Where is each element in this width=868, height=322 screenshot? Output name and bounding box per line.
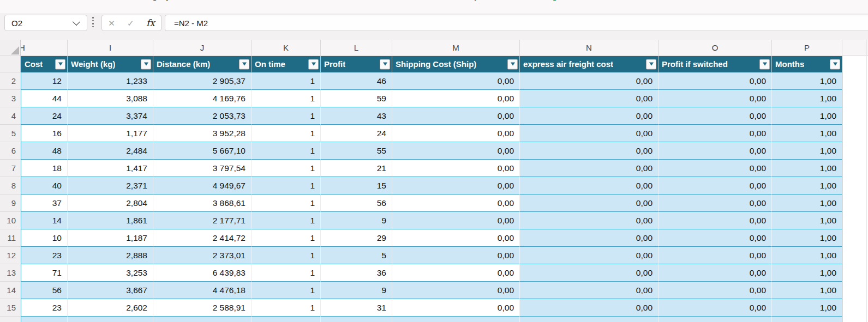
cell-I11[interactable]: 1,187 bbox=[68, 229, 153, 247]
cell-P15[interactable]: 1,00 bbox=[772, 299, 842, 317]
cell-N11[interactable]: 0,00 bbox=[520, 229, 659, 247]
cell-P16[interactable]: 1,00 bbox=[772, 317, 842, 322]
cell-J13[interactable]: 6 439,83 bbox=[153, 264, 252, 282]
cell-H15[interactable]: 23 bbox=[21, 299, 68, 317]
cell-J2[interactable]: 2 905,37 bbox=[153, 72, 252, 90]
select-all-corner[interactable] bbox=[0, 40, 21, 56]
filter-dropdown-button[interactable] bbox=[830, 59, 840, 69]
cell-P10[interactable]: 1,00 bbox=[772, 212, 842, 229]
header-cell-H[interactable]: Cost bbox=[21, 56, 68, 72]
column-letter-L[interactable]: L bbox=[321, 40, 392, 56]
cell-L6[interactable]: 55 bbox=[321, 142, 392, 160]
cell-M16[interactable]: 0,00 bbox=[392, 317, 520, 322]
cell-H4[interactable]: 24 bbox=[21, 107, 68, 125]
cell-J12[interactable]: 2 373,01 bbox=[153, 247, 252, 264]
header-cell-N[interactable]: express air freight cost bbox=[520, 56, 659, 72]
filter-dropdown-button[interactable] bbox=[759, 59, 770, 69]
cell-J9[interactable]: 3 868,61 bbox=[153, 195, 252, 212]
row-header-15[interactable]: 15 bbox=[0, 299, 21, 317]
cell-H11[interactable]: 10 bbox=[21, 229, 68, 247]
cell-M6[interactable]: 0,00 bbox=[392, 142, 520, 160]
header-cell-I[interactable]: Weight (kg) bbox=[68, 56, 153, 72]
cell-K4[interactable]: 1 bbox=[252, 107, 321, 125]
cell-N8[interactable]: 0,00 bbox=[520, 177, 659, 195]
cell-H3[interactable]: 44 bbox=[21, 90, 68, 107]
cancel-icon[interactable]: ✕ bbox=[108, 19, 115, 27]
cell-K7[interactable]: 1 bbox=[252, 160, 321, 177]
cell-K5[interactable]: 1 bbox=[252, 125, 321, 142]
cell-L4[interactable]: 43 bbox=[321, 107, 392, 125]
cell-N6[interactable]: 0,00 bbox=[520, 142, 659, 160]
filter-dropdown-button[interactable] bbox=[55, 59, 65, 69]
cell-H8[interactable]: 40 bbox=[21, 177, 68, 195]
cell-K8[interactable]: 1 bbox=[252, 177, 321, 195]
filter-dropdown-button[interactable] bbox=[308, 59, 319, 69]
filter-dropdown-button[interactable] bbox=[141, 59, 151, 69]
cell-J11[interactable]: 2 414,72 bbox=[153, 229, 252, 247]
cell-K12[interactable]: 1 bbox=[252, 247, 321, 264]
cell-H7[interactable]: 18 bbox=[21, 160, 68, 177]
cell-M3[interactable]: 0,00 bbox=[392, 90, 520, 107]
cell-L12[interactable]: 5 bbox=[321, 247, 392, 264]
cell-P13[interactable]: 1,00 bbox=[772, 264, 842, 282]
cell-O8[interactable]: 0,00 bbox=[659, 177, 772, 195]
cell-H12[interactable]: 23 bbox=[21, 247, 68, 264]
cell-L15[interactable]: 31 bbox=[321, 299, 392, 317]
cell-I12[interactable]: 2,888 bbox=[68, 247, 153, 264]
column-letter-P[interactable]: P bbox=[772, 40, 842, 56]
name-box[interactable]: O2 bbox=[4, 15, 87, 31]
cell-I13[interactable]: 3,253 bbox=[68, 264, 153, 282]
cell-I10[interactable]: 1,861 bbox=[68, 212, 153, 229]
column-letter-N[interactable]: N bbox=[520, 40, 659, 56]
cell-P4[interactable]: 1,00 bbox=[772, 107, 842, 125]
cell-H6[interactable]: 48 bbox=[21, 142, 68, 160]
cell-K14[interactable]: 1 bbox=[252, 282, 321, 299]
cell-O3[interactable]: 0,00 bbox=[659, 90, 772, 107]
row-header-7[interactable]: 7 bbox=[0, 160, 21, 177]
drag-handle-icon[interactable] bbox=[92, 17, 94, 27]
row-header-3[interactable]: 3 bbox=[0, 90, 21, 107]
row-header-10[interactable]: 10 bbox=[0, 212, 21, 229]
cell-N15[interactable]: 0,00 bbox=[520, 299, 659, 317]
cell-O5[interactable]: 0,00 bbox=[659, 125, 772, 142]
cell-P12[interactable]: 1,00 bbox=[772, 247, 842, 264]
cell-N13[interactable]: 0,00 bbox=[520, 264, 659, 282]
column-letter-M[interactable]: M bbox=[392, 40, 520, 56]
header-cell-L[interactable]: Profit bbox=[321, 56, 392, 72]
cell-P3[interactable]: 1,00 bbox=[772, 90, 842, 107]
cell-P14[interactable]: 1,00 bbox=[772, 282, 842, 299]
cell-K16[interactable]: 1 bbox=[252, 317, 321, 322]
cell-I8[interactable]: 2,371 bbox=[68, 177, 153, 195]
cell-I9[interactable]: 2,804 bbox=[68, 195, 153, 212]
filter-dropdown-button[interactable] bbox=[239, 59, 249, 69]
cell-K6[interactable]: 1 bbox=[252, 142, 321, 160]
row-header-13[interactable]: 13 bbox=[0, 264, 21, 282]
cell-K15[interactable]: 1 bbox=[252, 299, 321, 317]
cell-M12[interactable]: 0,00 bbox=[392, 247, 520, 264]
cell-P2[interactable]: 1,00 bbox=[772, 72, 842, 90]
cell-M4[interactable]: 0,00 bbox=[392, 107, 520, 125]
row-header-2[interactable]: 2 bbox=[0, 72, 21, 90]
cell-N7[interactable]: 0,00 bbox=[520, 160, 659, 177]
cell-I15[interactable]: 2,602 bbox=[68, 299, 153, 317]
row-header-1[interactable] bbox=[0, 56, 21, 72]
row-header-9[interactable]: 9 bbox=[0, 195, 21, 212]
row-header-5[interactable]: 5 bbox=[0, 125, 21, 142]
header-cell-K[interactable]: On time bbox=[252, 56, 321, 72]
cell-P9[interactable]: 1,00 bbox=[772, 195, 842, 212]
row-header-11[interactable]: 11 bbox=[0, 229, 21, 247]
filter-dropdown-button[interactable] bbox=[507, 59, 518, 69]
cell-I14[interactable]: 3,667 bbox=[68, 282, 153, 299]
filter-dropdown-button[interactable] bbox=[646, 59, 656, 69]
cell-M10[interactable]: 0,00 bbox=[392, 212, 520, 229]
cell-O4[interactable]: 0,00 bbox=[659, 107, 772, 125]
cell-I5[interactable]: 1,177 bbox=[68, 125, 153, 142]
row-header-16[interactable]: 16 bbox=[0, 317, 21, 322]
cell-N12[interactable]: 0,00 bbox=[520, 247, 659, 264]
cell-J10[interactable]: 2 177,71 bbox=[153, 212, 252, 229]
cell-I6[interactable]: 2,484 bbox=[68, 142, 153, 160]
filter-dropdown-button[interactable] bbox=[380, 59, 390, 69]
row-header-4[interactable]: 4 bbox=[0, 107, 21, 125]
cell-O15[interactable]: 0,00 bbox=[659, 299, 772, 317]
cell-N14[interactable]: 0,00 bbox=[520, 282, 659, 299]
